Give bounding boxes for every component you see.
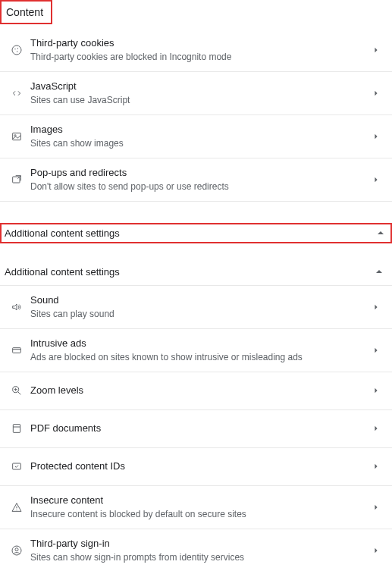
svg-line-10 — [18, 392, 20, 394]
setting-title: Pop-ups and redirects — [30, 166, 369, 180]
setting-title: Images — [30, 123, 369, 136]
setting-javascript[interactable]: JavaScript Sites can use JavaScript — [0, 72, 392, 115]
setting-title: Insecure content — [30, 494, 369, 507]
setting-text: PDF documents — [27, 422, 369, 435]
setting-zoom-levels[interactable]: Zoom levels — [0, 372, 392, 410]
svg-point-2 — [17, 48, 18, 49]
setting-protected-content[interactable]: Protected content IDs — [0, 448, 392, 486]
chevron-right-icon — [369, 47, 383, 53]
chevron-right-icon — [369, 547, 383, 554]
setting-insecure-content[interactable]: Insecure content Insecure content is blo… — [0, 486, 392, 529]
setting-sound[interactable]: Sound Sites can play sound — [0, 286, 392, 329]
warning-icon — [6, 501, 27, 513]
chevron-right-icon — [369, 387, 383, 394]
setting-pdf-documents[interactable]: PDF documents — [0, 410, 392, 448]
setting-text: Images Sites can show images — [27, 123, 369, 150]
additional-content-settings-toggle[interactable]: Additional content settings — [2, 224, 390, 242]
setting-title: Intrusive ads — [30, 337, 369, 350]
svg-point-17 — [16, 510, 17, 510]
additional-content-label: Additional content settings — [5, 227, 120, 239]
setting-text: Pop-ups and redirects Don't allow sites … — [27, 166, 369, 193]
chevron-up-icon — [375, 266, 383, 278]
svg-point-19 — [15, 548, 18, 551]
chevron-right-icon — [369, 463, 383, 469]
setting-title: JavaScript — [30, 80, 369, 93]
setting-text: Intrusive ads Ads are blocked on sites k… — [27, 337, 369, 364]
setting-third-party-cookies[interactable]: Third-party cookies Third-party cookies … — [0, 29, 392, 72]
ads-icon — [6, 344, 27, 356]
chevron-right-icon — [369, 304, 383, 310]
protected-content-icon — [6, 460, 27, 472]
setting-text: Third-party sign-in Sites can show sign-… — [27, 537, 369, 564]
setting-title: Protected content IDs — [30, 460, 369, 473]
chevron-right-icon — [369, 90, 383, 96]
code-icon — [6, 87, 27, 99]
setting-title: Third-party sign-in — [30, 537, 369, 551]
setting-text: Protected content IDs — [27, 460, 369, 473]
setting-subtitle: Third-party cookies are blocked in Incog… — [30, 51, 369, 64]
svg-point-1 — [14, 49, 15, 49]
setting-subtitle: Don't allow sites to send pop-ups or use… — [30, 180, 369, 193]
svg-point-5 — [14, 135, 16, 136]
setting-subtitle: Sites can show sign-in prompts from iden… — [30, 551, 369, 564]
signin-icon — [6, 544, 27, 557]
setting-text: Zoom levels — [27, 384, 369, 397]
chevron-right-icon — [369, 347, 383, 353]
setting-third-party-signin[interactable]: Third-party sign-in Sites can show sign-… — [0, 529, 392, 571]
cookie-icon — [6, 44, 27, 56]
svg-rect-13 — [13, 425, 20, 433]
image-icon — [6, 130, 27, 143]
setting-title: Sound — [30, 293, 369, 307]
chevron-up-icon — [377, 227, 384, 239]
setting-title: Third-party cookies — [30, 36, 369, 50]
chevron-right-icon — [369, 504, 383, 510]
zoom-icon — [6, 384, 27, 397]
svg-point-3 — [17, 51, 17, 52]
setting-subtitle: Sites can play sound — [30, 308, 369, 321]
svg-point-0 — [12, 45, 21, 55]
additional-content-label: Additional content settings — [5, 266, 120, 278]
chevron-right-icon — [369, 133, 383, 140]
setting-title: PDF documents — [30, 422, 369, 435]
setting-popups-redirects[interactable]: Pop-ups and redirects Don't allow sites … — [0, 158, 392, 202]
setting-text: Sound Sites can play sound — [27, 293, 369, 321]
additional-content-settings-toggle-2[interactable]: Additional content settings — [0, 259, 392, 286]
sound-icon — [6, 301, 27, 313]
setting-images[interactable]: Images Sites can show images — [0, 115, 392, 158]
popup-icon — [6, 174, 27, 186]
setting-subtitle: Ads are blocked on sites known to show i… — [30, 351, 369, 364]
setting-subtitle: Sites can use JavaScript — [30, 94, 369, 107]
setting-subtitle: Sites can show images — [30, 137, 369, 150]
content-section-header: Content — [2, 2, 51, 23]
setting-text: Third-party cookies Third-party cookies … — [27, 36, 369, 64]
chevron-right-icon — [369, 425, 383, 431]
setting-text: JavaScript Sites can use JavaScript — [27, 80, 369, 107]
chevron-right-icon — [369, 177, 383, 183]
setting-text: Insecure content Insecure content is blo… — [27, 494, 369, 521]
setting-subtitle: Insecure content is blocked by default o… — [30, 508, 369, 521]
setting-intrusive-ads[interactable]: Intrusive ads Ads are blocked on sites k… — [0, 329, 392, 372]
setting-title: Zoom levels — [30, 384, 369, 397]
svg-rect-7 — [13, 348, 21, 353]
pdf-icon — [6, 422, 27, 435]
